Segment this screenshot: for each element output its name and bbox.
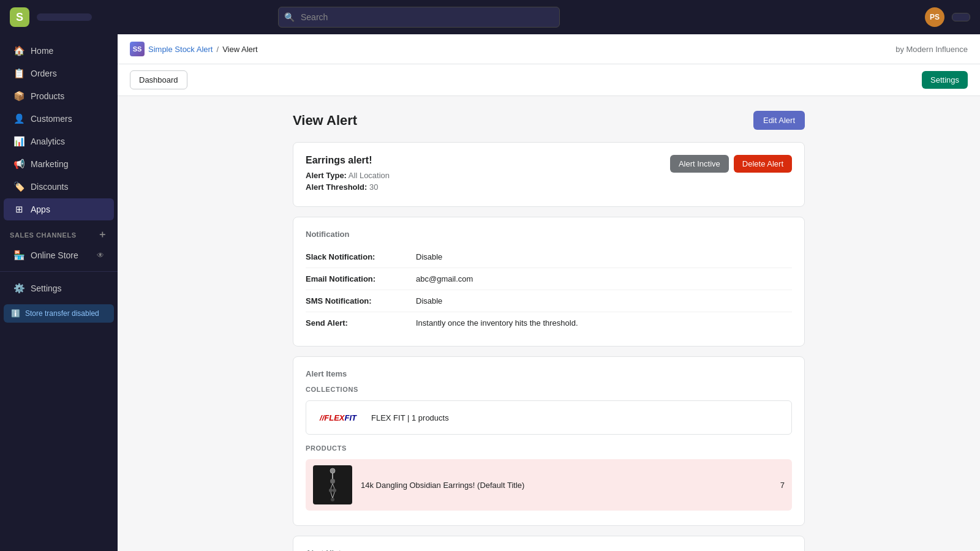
home-icon: 🏠	[13, 45, 24, 56]
online-store-icon: 🏪	[13, 250, 24, 261]
svg-point-9	[331, 498, 334, 501]
sidebar-item-analytics[interactable]: 📊 Analytics	[4, 130, 114, 152]
alert-inactive-button[interactable]: Alert Inctive	[670, 155, 729, 173]
customers-icon: 👤	[13, 113, 24, 124]
svg-point-0	[330, 468, 335, 473]
notification-row: Send Alert:Instantly once the inventory …	[306, 312, 792, 334]
store-name-button[interactable]	[37, 13, 92, 21]
sidebar-bottom: ⚙️ Settings ℹ️ Store transfer disabled	[0, 271, 118, 332]
collection-name: FLEX FIT | 1 products	[371, 413, 449, 422]
sidebar-item-marketing[interactable]: 📢 Marketing	[4, 153, 114, 175]
sidebar-item-label: Analytics	[31, 137, 65, 146]
sales-channels-section: SALES CHANNELS ＋	[0, 221, 118, 244]
svg-point-6	[333, 489, 336, 492]
sidebar-item-home[interactable]: 🏠 Home	[4, 40, 114, 62]
alert-info: Earrings alert! Alert Type: All Location…	[306, 155, 390, 194]
nav-extra-button[interactable]	[952, 13, 970, 21]
svg-line-7	[331, 492, 333, 498]
app-header-bar: SS Simple Stock Alert / View Alert by Mo…	[118, 34, 980, 64]
top-nav: S 🔍 PS	[0, 0, 980, 34]
flexfit-logo-part2: FIT	[344, 413, 356, 422]
notif-label: Slack Notification:	[306, 252, 416, 261]
collections-label: COLLECTIONS	[306, 386, 792, 393]
notification-row: Slack Notification:Disable	[306, 246, 792, 268]
add-sales-channel-icon[interactable]: ＋	[97, 228, 108, 241]
alert-type-label: Alert Type:	[306, 171, 347, 180]
notification-card: Notification Slack Notification:DisableE…	[293, 217, 805, 347]
notif-value: Disable	[416, 252, 442, 261]
layout: 🏠 Home 📋 Orders 📦 Products 👤 Customers 📊…	[0, 34, 980, 551]
alert-threshold-label: Alert Threshold:	[306, 182, 367, 192]
sidebar-item-discounts[interactable]: 🏷️ Discounts	[4, 176, 114, 198]
page-body: View Alert Edit Alert Earrings alert! Al…	[273, 96, 824, 551]
sidebar-item-apps[interactable]: ⊞ Apps	[4, 198, 114, 220]
apps-icon: ⊞	[13, 204, 24, 215]
delete-alert-button[interactable]: Delete Alert	[734, 155, 792, 173]
sidebar-item-customers[interactable]: 👤 Customers	[4, 108, 114, 130]
page-title-row: View Alert Edit Alert	[293, 111, 805, 130]
sidebar-item-settings[interactable]: ⚙️ Settings	[4, 277, 114, 299]
svg-line-8	[333, 492, 334, 498]
info-icon: ℹ️	[11, 309, 20, 318]
alert-title: Earrings alert!	[306, 155, 390, 166]
marketing-icon: 📢	[13, 159, 24, 170]
breadcrumb-app-link[interactable]: Simple Stock Alert	[148, 45, 213, 54]
search-bar-container: 🔍	[278, 7, 560, 28]
search-input[interactable]	[278, 7, 560, 28]
page-title: View Alert	[293, 113, 357, 129]
alert-actions: Alert Inctive Delete Alert	[670, 155, 792, 173]
notif-value: Disable	[416, 296, 442, 305]
product-name: 14k Dangling Obsidian Earrings! (Default…	[361, 481, 772, 490]
earring-svg	[322, 468, 344, 502]
notification-section-title: Notification	[306, 230, 792, 239]
notif-label: Send Alert:	[306, 318, 416, 328]
nav-right: PS	[925, 7, 970, 27]
products-icon: 📦	[13, 91, 24, 102]
sidebar-item-label: Settings	[31, 283, 62, 293]
search-icon: 🔍	[284, 12, 295, 22]
sidebar-item-label: Products	[31, 91, 64, 101]
edit-alert-button[interactable]: Edit Alert	[753, 111, 805, 130]
product-row: 14k Dangling Obsidian Earrings! (Default…	[306, 459, 792, 511]
svg-point-2	[330, 479, 335, 484]
breadcrumb-current: View Alert	[222, 45, 258, 54]
notification-rows: Slack Notification:DisableEmail Notifica…	[306, 246, 792, 334]
notif-value: Instantly once the inventory hits the th…	[416, 318, 578, 328]
visibility-icon[interactable]: 👁	[97, 251, 104, 260]
alert-threshold-row: Alert Threshold: 30	[306, 182, 390, 192]
alert-threshold-value: 30	[369, 182, 378, 192]
sidebar-item-products[interactable]: 📦 Products	[4, 85, 114, 107]
notif-value: abc@gmail.com	[416, 274, 473, 283]
notif-label: SMS Notification:	[306, 296, 416, 305]
products-label: PRODUCTS	[306, 444, 792, 452]
sidebar: 🏠 Home 📋 Orders 📦 Products 👤 Customers 📊…	[0, 34, 118, 551]
sidebar-item-label: Home	[31, 46, 53, 56]
breadcrumb-separator: /	[217, 45, 219, 54]
sidebar-item-label: Orders	[31, 69, 57, 78]
sidebar-item-online-store[interactable]: 🏪 Online Store 👁	[4, 244, 114, 266]
alert-type-row: Alert Type: All Location	[306, 171, 390, 180]
dashboard-button[interactable]: Dashboard	[130, 70, 187, 89]
sidebar-item-label: Discounts	[31, 182, 68, 192]
collection-logo: //FLEXFIT	[314, 408, 363, 427]
sidebar-item-label: Apps	[31, 204, 50, 214]
alert-history-title: Alert History	[306, 549, 792, 551]
collection-row: //FLEXFIT FLEX FIT | 1 products	[306, 400, 792, 435]
product-quantity: 7	[780, 481, 785, 490]
notification-row: SMS Notification:Disable	[306, 290, 792, 312]
settings-icon: ⚙️	[13, 283, 24, 294]
alert-header-row: Earrings alert! Alert Type: All Location…	[306, 155, 792, 194]
sidebar-item-label: Marketing	[31, 159, 68, 169]
alert-items-card: Alert Items COLLECTIONS //FLEXFIT FLEX F…	[293, 356, 805, 526]
settings-button[interactable]: Settings	[922, 71, 968, 89]
svg-line-4	[333, 484, 334, 489]
alert-card: Earrings alert! Alert Type: All Location…	[293, 142, 805, 207]
main-content: SS Simple Stock Alert / View Alert by Mo…	[118, 34, 980, 551]
by-label: by Modern Influence	[895, 45, 968, 54]
analytics-icon: 📊	[13, 136, 24, 147]
shopify-logo: S	[10, 7, 29, 27]
discounts-icon: 🏷️	[13, 181, 24, 192]
sidebar-item-orders[interactable]: 📋 Orders	[4, 62, 114, 84]
orders-icon: 📋	[13, 68, 24, 79]
breadcrumb: SS Simple Stock Alert / View Alert	[130, 42, 258, 56]
